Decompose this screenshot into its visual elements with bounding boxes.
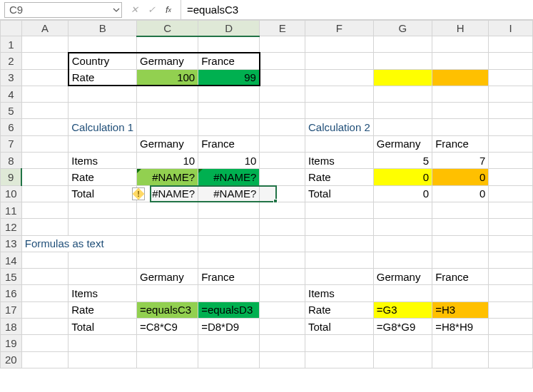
cell[interactable] (373, 86, 432, 102)
cell[interactable] (21, 36, 68, 53)
cell-d15[interactable]: France (198, 269, 260, 285)
cell-b9[interactable]: Rate (68, 169, 137, 185)
cell[interactable] (260, 285, 305, 301)
cell[interactable] (21, 135, 68, 152)
row-header-14[interactable]: 14 (1, 252, 22, 268)
cell[interactable] (21, 335, 68, 351)
cell[interactable] (260, 252, 305, 268)
cell[interactable] (260, 235, 305, 252)
formula-bar[interactable] (181, 0, 533, 19)
col-header-b[interactable]: B (68, 21, 137, 36)
cell[interactable] (137, 235, 198, 252)
cell[interactable] (432, 86, 489, 102)
chevron-down-icon[interactable] (111, 8, 121, 12)
cell-b16[interactable]: Items (68, 285, 137, 301)
cell[interactable] (305, 202, 374, 218)
cell[interactable] (489, 285, 533, 301)
cell-f6[interactable]: Calculation 2 (305, 119, 374, 135)
cell[interactable] (489, 319, 533, 335)
cell[interactable] (432, 252, 489, 268)
cell[interactable] (137, 335, 198, 351)
cell[interactable] (198, 285, 260, 301)
cell[interactable] (489, 135, 533, 152)
cell[interactable] (137, 219, 198, 235)
cell[interactable] (432, 53, 489, 69)
cell[interactable] (198, 103, 260, 119)
cell[interactable] (137, 103, 198, 119)
name-box-input[interactable] (5, 4, 111, 16)
cell-g10[interactable]: 0 (373, 185, 432, 202)
cell-c18[interactable]: =C8*C9 (137, 319, 198, 335)
col-header-i[interactable]: I (489, 21, 533, 36)
cell-b18[interactable]: Total (68, 319, 137, 335)
cell[interactable] (432, 335, 489, 351)
cell-b2[interactable]: Country (68, 53, 137, 69)
cell[interactable] (432, 202, 489, 218)
error-smart-tag-icon[interactable]: ! (132, 187, 145, 200)
cell[interactable] (21, 185, 68, 202)
cell[interactable] (489, 235, 533, 252)
cell[interactable] (137, 36, 198, 53)
cell[interactable] (137, 202, 198, 218)
select-all-corner[interactable] (1, 21, 22, 36)
row-header-20[interactable]: 20 (1, 351, 22, 368)
cell-g18[interactable]: =G8*G9 (373, 319, 432, 335)
cell-g7[interactable]: Germany (373, 135, 432, 152)
cell[interactable] (21, 301, 68, 318)
cell-a13[interactable]: Formulas as text (21, 235, 136, 252)
cell[interactable] (260, 135, 305, 152)
cell[interactable] (21, 351, 68, 368)
cell[interactable] (21, 69, 68, 86)
cell-c9[interactable]: #NAME? (137, 169, 198, 185)
cell[interactable] (373, 285, 432, 301)
cell[interactable] (489, 69, 533, 86)
cell[interactable] (68, 103, 137, 119)
cell-c15[interactable]: Germany (137, 269, 198, 285)
cell-c17[interactable]: =equalsC3 (137, 301, 198, 318)
col-header-d[interactable]: D (198, 21, 260, 36)
formula-bar-input[interactable] (181, 4, 533, 16)
cell[interactable] (68, 36, 137, 53)
cell[interactable] (489, 269, 533, 285)
cell[interactable] (489, 103, 533, 119)
cell[interactable] (489, 169, 533, 185)
cell[interactable] (373, 219, 432, 235)
cell[interactable] (198, 36, 260, 53)
cell-g9[interactable]: 0 (373, 169, 432, 185)
cell[interactable] (305, 86, 374, 102)
cell[interactable] (21, 119, 68, 135)
cell[interactable] (260, 86, 305, 102)
col-header-h[interactable]: H (432, 21, 489, 36)
cell[interactable] (373, 335, 432, 351)
row-header-2[interactable]: 2 (1, 53, 22, 69)
col-header-f[interactable]: F (305, 21, 374, 36)
cell[interactable] (260, 202, 305, 218)
cell-c8[interactable]: 10 (137, 153, 198, 169)
row-header-10[interactable]: 10 (1, 185, 22, 202)
row-header-15[interactable]: 15 (1, 269, 22, 285)
cell[interactable] (489, 252, 533, 268)
row-header-12[interactable]: 12 (1, 219, 22, 235)
cell-b17[interactable]: Rate (68, 301, 137, 318)
cell[interactable] (432, 103, 489, 119)
row-header-5[interactable]: 5 (1, 103, 22, 119)
col-header-a[interactable]: A (21, 21, 68, 36)
col-header-e[interactable]: E (260, 21, 305, 36)
cell[interactable] (373, 252, 432, 268)
cell[interactable] (305, 135, 374, 152)
cell[interactable] (198, 335, 260, 351)
row-header-16[interactable]: 16 (1, 285, 22, 301)
cell[interactable] (21, 86, 68, 102)
row-header-9[interactable]: 9 (1, 169, 22, 185)
row-header-11[interactable]: 11 (1, 202, 22, 218)
name-box[interactable] (4, 2, 122, 18)
row-header-18[interactable]: 18 (1, 319, 22, 335)
cell[interactable] (305, 269, 374, 285)
cell-c3[interactable]: 100 (137, 69, 198, 86)
cell[interactable] (373, 53, 432, 69)
cell-f8[interactable]: Items (305, 153, 374, 169)
row-header-6[interactable]: 6 (1, 119, 22, 135)
cell[interactable] (137, 252, 198, 268)
cell-g3[interactable] (373, 69, 432, 86)
cell[interactable] (305, 103, 374, 119)
